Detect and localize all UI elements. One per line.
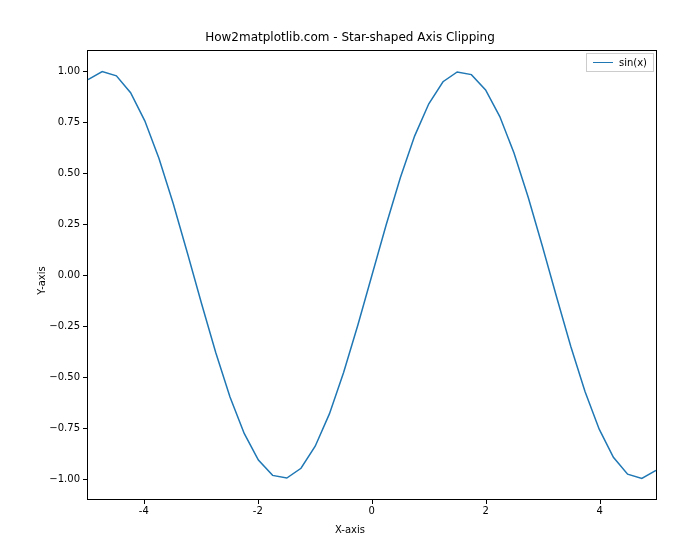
ytick-mark [83, 122, 87, 123]
ytick-mark [83, 428, 87, 429]
ytick-mark [83, 224, 87, 225]
ytick-label: 1.00 [20, 66, 80, 76]
xtick-mark [600, 500, 601, 504]
line-plot-svg [88, 51, 656, 499]
legend-entry: sin(x) [619, 57, 647, 68]
plot-area [87, 50, 657, 500]
series-sinx [88, 72, 656, 479]
xtick-label: 4 [580, 505, 620, 516]
ytick-mark [83, 326, 87, 327]
ytick-label: 0.25 [20, 219, 80, 229]
ytick-label: 0.50 [20, 168, 80, 178]
ytick-label: 0.00 [20, 270, 80, 280]
xtick-label: -4 [124, 505, 164, 516]
xtick-label: 2 [466, 505, 506, 516]
xtick-mark [372, 500, 373, 504]
xtick-mark [258, 500, 259, 504]
ytick-label: −0.50 [20, 372, 80, 382]
xtick-label: -2 [238, 505, 278, 516]
xtick-mark [486, 500, 487, 504]
ytick-mark [83, 71, 87, 72]
ytick-mark [83, 173, 87, 174]
ytick-label: −0.75 [20, 423, 80, 433]
x-axis-label: X-axis [0, 524, 700, 535]
ytick-label: −1.00 [20, 474, 80, 484]
legend: sin(x) [586, 53, 654, 72]
legend-line-icon [593, 62, 613, 63]
figure: How2matplotlib.com - Star-shaped Axis Cl… [0, 0, 700, 560]
xtick-mark [144, 500, 145, 504]
xtick-label: 0 [352, 505, 392, 516]
chart-title: How2matplotlib.com - Star-shaped Axis Cl… [0, 30, 700, 44]
ytick-label: 0.75 [20, 117, 80, 127]
ytick-mark [83, 479, 87, 480]
ytick-label: −0.25 [20, 321, 80, 331]
ytick-mark [83, 377, 87, 378]
ytick-mark [83, 275, 87, 276]
